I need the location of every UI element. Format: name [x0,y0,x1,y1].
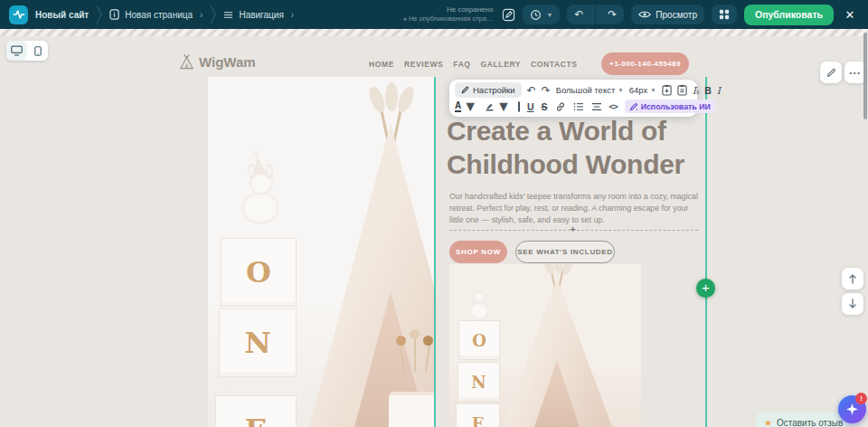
background-fill-button[interactable] [518,101,520,112]
link-icon [555,101,566,112]
app-logo-icon[interactable] [9,5,28,24]
undo-button[interactable]: ↶ [567,5,590,24]
close-editor-button[interactable]: ✕ [841,8,859,22]
site-logo-text: WigWam [199,54,256,70]
add-block-button[interactable]: + [696,279,715,298]
sparkle-icon [846,403,858,415]
site-logo[interactable]: WigWam [178,53,256,70]
eye-icon [638,10,651,19]
widgets-icon [719,9,730,20]
hero-heading[interactable]: Create a World of Childhood Wonder [447,114,711,181]
add-element-button[interactable]: + [567,223,579,235]
site-name: Новый сайт [35,10,89,20]
undo-button[interactable]: ↶ [527,84,536,97]
text-toolbar: Настройки ↶ ↷ Большой текст ▼ 64px ▼ Ix … [449,80,697,117]
letter-cube: N [219,308,297,377]
nav-link-home[interactable]: HOME [369,60,394,69]
redo-button[interactable]: ↷ [542,84,551,97]
publish-button[interactable]: Опубликовать [744,5,834,25]
letter-cube: E [456,403,500,427]
breadcrumb-navigation[interactable]: Навигация › [223,10,294,20]
nav-link-gallery[interactable]: GALLERY [481,60,522,69]
mobile-view-button[interactable] [27,41,48,61]
clipboard-icon [677,84,687,96]
undo-icon: ↶ [574,8,583,21]
cube-letter: E [245,413,267,427]
teepee-logo-icon [178,53,195,70]
shop-now-label: SHOP NOW [456,248,501,256]
canvas-top-stripes [0,29,868,36]
shop-now-button[interactable]: SHOP NOW [449,241,507,263]
selection-left-guide [434,77,436,427]
redo-button[interactable]: ↷ [600,5,624,24]
align-button[interactable] [591,102,602,111]
nav-link-contacts[interactable]: CONTACTS [531,60,577,69]
cube-letter: N [244,326,270,360]
leave-feedback-chip[interactable]: ★ Оставить отзыв [756,413,851,427]
divider [595,5,596,24]
preview-button[interactable]: Просмотр [631,5,704,24]
text-style-dropdown[interactable]: Большой текст ▼ [556,85,624,95]
link-button[interactable] [555,101,566,112]
nav-crumb-label: Навигация [239,10,283,20]
see-whats-included-button[interactable]: SEE WHAT'S INCLUDED [515,241,615,263]
bunny-head [473,291,486,303]
bunny-ear [266,164,273,178]
page-icon [109,9,119,20]
paste-style-button[interactable] [662,84,672,96]
phone-button[interactable]: +1-000-140-455489 [601,52,689,75]
layers-icon [223,10,233,20]
cube-letter: E [472,414,485,427]
font-size-value: 64px [629,85,648,95]
teepee [502,279,612,427]
breadcrumb-site[interactable]: Новый сайт [35,10,89,20]
move-block-down-button[interactable] [842,293,863,315]
use-ai-button[interactable]: Использовать ИИ [625,100,715,113]
hero-image-bottom[interactable]: O N E [449,264,641,427]
edit-block-button[interactable] [820,62,842,83]
font-size-dropdown[interactable]: 64px ▼ [629,85,656,95]
list-button[interactable] [573,102,584,111]
bold-button[interactable]: B [704,85,712,96]
hero-paragraph[interactable]: Our handcrafted kids' teepee transforms … [449,191,699,227]
notification-badge: ! [855,393,867,404]
code-button[interactable]: <> [609,101,618,111]
unsaved-status: Не сохранено [403,5,494,14]
caret-down-icon: ▼ [496,99,511,115]
desktop-view-button[interactable] [6,41,27,61]
use-ai-label: Использовать ИИ [641,102,711,111]
clear-format-button[interactable]: Ix [693,85,699,96]
nav-link-faq[interactable]: FAQ [453,60,470,69]
move-block-up-button[interactable] [842,268,863,289]
teepee [309,124,435,427]
caret-down-icon: ▼ [463,99,477,115]
text-color-glyph: A [455,101,461,112]
ai-pen-icon [629,102,638,111]
history-button[interactable]: ▼ [523,5,560,24]
scrollbar-thumb[interactable] [863,33,867,119]
hero-image-left[interactable]: O N E [208,77,435,427]
caret-down-icon: ▼ [546,12,552,18]
strikethrough-button[interactable]: S [542,101,548,112]
redo-icon: ↷ [608,8,617,21]
star-icon: ★ [764,418,772,427]
breadcrumb-page[interactable]: Новая страница › [109,9,203,20]
underline-button[interactable]: U [527,101,534,112]
undo-redo-group: ↶ ↷ [567,5,624,24]
topbar: Новый сайт Новая страница › Навигация › … [0,0,868,29]
cake [389,392,435,427]
settings-button[interactable]: Настройки [455,82,522,98]
close-icon: ✕ [845,8,855,22]
nav-link-reviews[interactable]: REVIEWS [404,60,443,69]
italic-button[interactable]: I [717,85,721,96]
plus-icon: + [570,223,575,234]
highlight-color-button[interactable]: ▼ [485,99,511,115]
phone-label: +1-000-140-455489 [609,60,681,68]
text-color-button[interactable]: A ▼ [455,99,477,115]
design-mode-button[interactable] [502,8,515,22]
site-nav: HOME REVIEWS FAQ GALLERY CONTACTS [369,60,577,69]
bunny-toy [469,302,489,320]
copy-style-button[interactable] [677,84,687,96]
widgets-button[interactable] [712,5,737,24]
bunny-toy [242,193,278,223]
